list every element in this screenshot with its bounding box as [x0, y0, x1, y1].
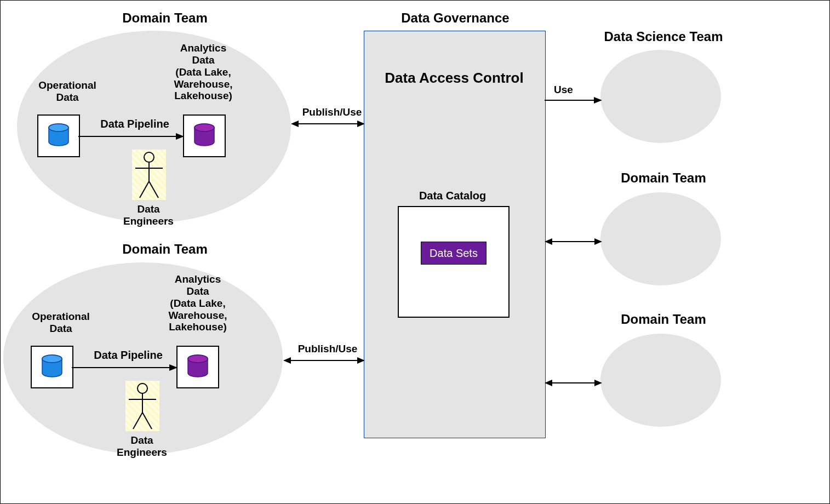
- title-data-science-team: Data Science Team: [592, 29, 735, 44]
- svg-marker-35: [594, 380, 602, 386]
- title-data-governance: Data Governance: [390, 10, 521, 26]
- arrow-right-domain-1: [545, 236, 602, 247]
- label-data-engineers-2: Data Engineers: [109, 434, 175, 459]
- database-purple-icon: [178, 347, 218, 387]
- title-domain-team-right-1: Domain Team: [603, 170, 724, 186]
- svg-line-21: [142, 413, 152, 429]
- svg-point-17: [138, 383, 147, 393]
- label-data-access-control: Data Access Control: [364, 70, 545, 87]
- title-domain-team-2: Domain Team: [99, 242, 231, 257]
- svg-marker-5: [176, 133, 184, 140]
- label-operational-data-1: Operational Data: [35, 79, 100, 104]
- operational-db-box-1: [37, 114, 80, 157]
- label-publish-use-1: Publish/Use: [299, 106, 365, 118]
- analytics-db-box-2: [176, 346, 219, 388]
- svg-line-20: [133, 413, 142, 429]
- svg-point-14: [188, 355, 208, 363]
- svg-marker-29: [594, 97, 602, 104]
- label-publish-use-2: Publish/Use: [295, 343, 360, 355]
- svg-line-9: [140, 181, 149, 198]
- arrow-publish-use-2: [283, 355, 365, 366]
- svg-marker-34: [545, 380, 552, 386]
- label-analytics-data-2: Analytics Data (Data Lake, Warehouse, La…: [157, 273, 239, 333]
- title-domain-team-right-2: Domain Team: [603, 312, 724, 327]
- svg-marker-24: [357, 121, 365, 127]
- svg-line-10: [149, 181, 158, 198]
- label-data-catalog: Data Catalog: [398, 190, 507, 202]
- diagram-canvas: Domain Team Data Governance Data Science…: [0, 0, 830, 504]
- svg-point-1: [49, 124, 68, 131]
- label-data-engineers-1: Data Engineers: [116, 203, 181, 227]
- arrow-right-domain-2: [545, 377, 602, 388]
- title-domain-team-1: Domain Team: [99, 10, 231, 26]
- database-purple-icon: [184, 116, 225, 156]
- svg-marker-23: [291, 121, 299, 127]
- person-icon-2: [125, 381, 159, 431]
- arrow-pipeline-1: [77, 131, 184, 142]
- arrow-publish-use-1: [291, 118, 365, 129]
- svg-point-12: [42, 355, 62, 363]
- label-data-pipeline-1: Data Pipeline: [88, 118, 181, 130]
- svg-marker-16: [169, 364, 178, 371]
- svg-marker-32: [594, 238, 602, 245]
- domain-team-right-2-ellipse: [600, 334, 721, 427]
- label-data-pipeline-2: Data Pipeline: [82, 349, 175, 361]
- datasets-chip: Data Sets: [421, 242, 486, 265]
- label-analytics-data-1: Analytics Data (Data Lake, Warehouse, La…: [162, 42, 244, 102]
- svg-point-6: [144, 152, 154, 162]
- svg-marker-27: [357, 357, 365, 364]
- person-icon-1: [132, 150, 166, 200]
- operational-db-box-2: [31, 346, 73, 388]
- database-blue-icon: [32, 347, 72, 387]
- analytics-db-box-1: [183, 114, 226, 157]
- label-operational-data-2: Operational Data: [28, 311, 94, 335]
- svg-marker-31: [545, 238, 552, 245]
- svg-point-3: [194, 124, 214, 131]
- label-use: Use: [554, 84, 587, 96]
- arrow-use: [545, 95, 602, 106]
- database-blue-icon: [38, 116, 79, 156]
- data-science-team-ellipse: [600, 50, 721, 143]
- domain-team-right-1-ellipse: [600, 192, 721, 285]
- svg-marker-26: [283, 357, 291, 364]
- arrow-pipeline-2: [71, 362, 178, 373]
